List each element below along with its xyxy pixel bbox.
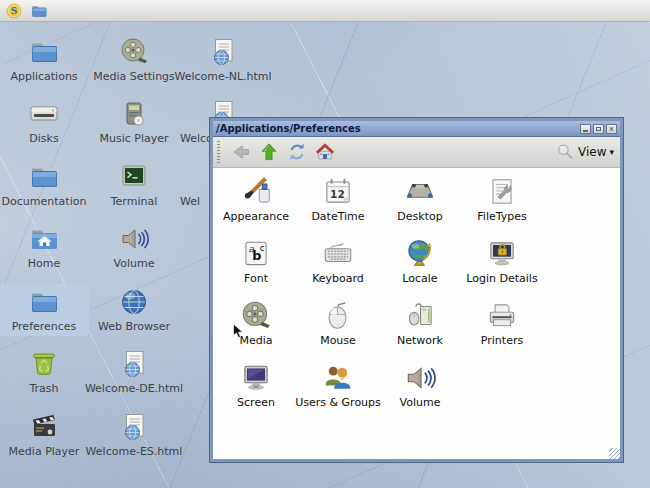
preference-item-label: Font xyxy=(244,272,268,285)
desktop-icon[interactable]: Welcome-ES.html xyxy=(89,409,179,461)
preference-item-label: Appearance xyxy=(223,210,289,223)
preference-item[interactable]: abc Font xyxy=(215,237,297,299)
window-controls xyxy=(580,124,617,134)
reel-icon xyxy=(118,36,150,68)
printer-icon xyxy=(485,299,519,333)
preference-item-label: Screen xyxy=(237,396,275,409)
desktop-icon-label: Wel xyxy=(178,196,200,208)
desktop-icon-label: Media Player xyxy=(9,446,80,458)
speaker-icon xyxy=(403,361,437,395)
refresh-button[interactable] xyxy=(283,139,311,165)
toolbar-drag-handle[interactable] xyxy=(217,141,220,163)
preference-item-label: Locale xyxy=(402,272,437,285)
music-device-icon xyxy=(118,98,150,130)
arrow-back-icon xyxy=(229,141,253,163)
desktop-icon[interactable]: Terminal xyxy=(89,159,179,211)
desktop-icon[interactable]: Documentation xyxy=(0,159,89,211)
trash-icon xyxy=(28,348,60,380)
view-dropdown[interactable]: View ▾ xyxy=(555,142,614,162)
desktop-icon[interactable]: Applications xyxy=(0,34,89,86)
doc-wrench-icon xyxy=(485,175,519,209)
window-content: Appearance 12 DateTime Desktop FileTypes… xyxy=(213,168,620,459)
home-button[interactable] xyxy=(311,139,339,165)
desktop-icon-label: Welcome-DE.html xyxy=(85,383,183,395)
desktop-icon-label: Music Player xyxy=(99,133,168,145)
preference-item-label: FileTypes xyxy=(477,210,526,223)
window-minimize-button[interactable] xyxy=(580,124,591,134)
preference-item-label: Login Details xyxy=(466,272,537,285)
folder-home-icon xyxy=(28,223,60,255)
preference-item[interactable]: Printers xyxy=(461,299,543,361)
desktop-icon[interactable]: Web Browser xyxy=(89,284,179,336)
preference-item-label: Network xyxy=(397,334,443,347)
preference-item-label: Volume xyxy=(400,396,441,409)
folder-icon xyxy=(30,2,48,20)
magnifier-icon[interactable] xyxy=(555,142,575,162)
folder-icon xyxy=(28,36,60,68)
desktop-icon[interactable]: Welcome-NL.html xyxy=(178,34,268,86)
clapper-icon xyxy=(28,411,60,443)
preference-item[interactable]: Screen xyxy=(215,361,297,423)
desktop-icon[interactable]: Preferences xyxy=(0,284,89,336)
brush-icon xyxy=(239,175,273,209)
up-button[interactable] xyxy=(255,139,283,165)
desktop-icon-label: Welcome-ES.html xyxy=(86,446,183,458)
preference-item-label: DateTime xyxy=(311,210,364,223)
desktop-icon[interactable]: Media Settings xyxy=(89,34,179,86)
desktop-icon[interactable]: Volume xyxy=(89,221,179,273)
preference-item[interactable]: Mouse xyxy=(297,299,379,361)
folder-icon xyxy=(28,286,60,318)
monitor-lock-icon xyxy=(485,237,519,271)
mouse-icon xyxy=(321,299,355,333)
desktop-icon[interactable]: Disks xyxy=(0,96,89,148)
preference-item-label: Users & Groups xyxy=(295,396,381,409)
desktop-icon-label: Home xyxy=(28,258,60,270)
preference-item[interactable]: Users & Groups xyxy=(297,361,379,423)
desktop-icon-label: Applications xyxy=(10,71,77,83)
desktop-icon-label: Trash xyxy=(29,383,58,395)
desktop-icon-label: Welco xyxy=(178,133,213,145)
preference-item[interactable]: Network xyxy=(379,299,461,361)
desktop-icon-label: Volume xyxy=(114,258,155,270)
keyboard-icon xyxy=(321,237,355,271)
preference-item[interactable]: Login Details xyxy=(461,237,543,299)
preference-item[interactable]: Media xyxy=(215,299,297,361)
preference-item[interactable]: FileTypes xyxy=(461,175,543,237)
window-title: /Applications/Preferences xyxy=(216,123,361,134)
folder-icon xyxy=(28,161,60,193)
window-toolbar: View ▾ xyxy=(213,137,620,168)
view-dropdown-label: View xyxy=(578,145,606,159)
window-maximize-button[interactable] xyxy=(593,124,604,134)
preference-item[interactable]: Locale xyxy=(379,237,461,299)
network-icon xyxy=(403,299,437,333)
window-titlebar[interactable]: /Applications/Preferences xyxy=(213,121,620,137)
start-logo-button[interactable]: S xyxy=(5,2,23,20)
desktop-icon[interactable]: Home xyxy=(0,221,89,273)
font-abc-icon: abc xyxy=(239,237,273,271)
desktop-surface-icon xyxy=(403,175,437,209)
desktop-icon-label: Disks xyxy=(29,133,58,145)
refresh-icon xyxy=(285,141,309,163)
desktop-icon[interactable]: Media Player xyxy=(0,409,89,461)
globe-stand-icon xyxy=(403,237,437,271)
preference-item[interactable]: Desktop xyxy=(379,175,461,237)
desktop-icon-label: Preferences xyxy=(12,321,77,333)
desktop-icon-label: Terminal xyxy=(111,196,158,208)
preference-item[interactable]: Appearance xyxy=(215,175,297,237)
desktop-icon[interactable]: Trash xyxy=(0,346,89,398)
preference-item[interactable]: 12 DateTime xyxy=(297,175,379,237)
back-button[interactable] xyxy=(227,139,255,165)
desktop-icon[interactable]: Welcome-DE.html xyxy=(89,346,179,398)
preference-item-label: Keyboard xyxy=(312,272,364,285)
preference-item-label: Media xyxy=(239,334,272,347)
preference-item[interactable]: Keyboard xyxy=(297,237,379,299)
window-close-button[interactable] xyxy=(606,124,617,134)
preference-item[interactable]: Volume xyxy=(379,361,461,423)
desktop-icon-label: Web Browser xyxy=(98,321,170,333)
calendar-icon: 12 xyxy=(321,175,355,209)
drive-icon xyxy=(28,98,60,130)
desktop-icon[interactable]: Music Player xyxy=(89,96,179,148)
desktop-icon-label: Documentation xyxy=(2,196,87,208)
preference-item-label: Printers xyxy=(481,334,523,347)
file-manager-button[interactable] xyxy=(30,2,48,20)
